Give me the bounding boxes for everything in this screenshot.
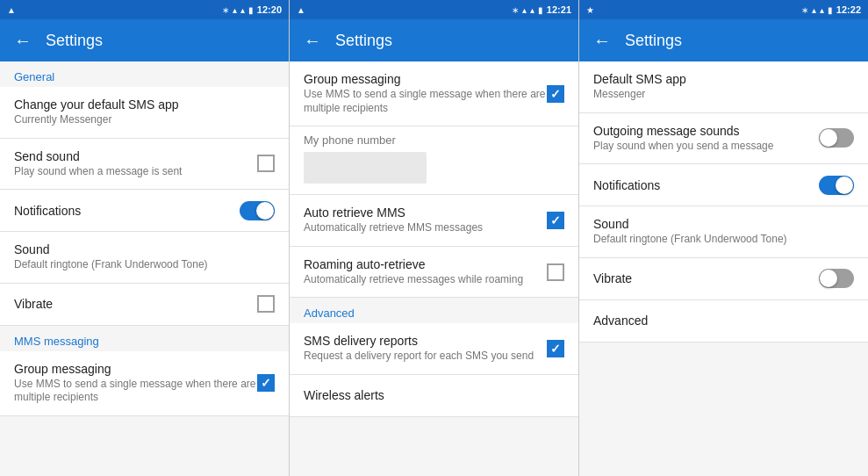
setting-subtitle: Use MMS to send a single message when th… xyxy=(14,378,257,405)
setting-item-text: SMS delivery reportsRequest a delivery r… xyxy=(304,334,547,364)
setting-subtitle: Automatically retrieve messages while ro… xyxy=(304,273,547,287)
setting-title: Notifications xyxy=(593,178,819,192)
setting-item-text: Notifications xyxy=(14,204,240,218)
setting-item-text: Send soundPlay sound when a message is s… xyxy=(14,149,257,179)
screen-3: ★ ∗ ▴ ▴ ▮ 12:22 ← Settings Default SMS a… xyxy=(579,0,868,476)
setting-item-4[interactable]: SoundDefault ringtone (Frank Underwood T… xyxy=(0,232,289,284)
setting-item-5[interactable]: Advanced xyxy=(579,300,868,343)
back-button[interactable]: ← xyxy=(14,31,32,51)
setting-item-2[interactable]: Notifications xyxy=(579,164,868,206)
toggle-switch[interactable] xyxy=(240,201,275,220)
setting-item-0[interactable]: Group messagingUse MMS to send a single … xyxy=(290,61,578,126)
wifi-icon: ▴ xyxy=(522,5,527,15)
toggle-switch[interactable] xyxy=(819,128,854,148)
checkbox[interactable] xyxy=(547,212,564,229)
section-header-6: MMS messaging xyxy=(0,326,289,351)
signal-icon: ▴ xyxy=(820,5,824,15)
phone-number-input[interactable] xyxy=(304,152,427,184)
checkbox[interactable] xyxy=(547,85,564,103)
setting-item-5[interactable]: SMS delivery reportsRequest a delivery r… xyxy=(290,323,578,375)
setting-item-text: Notifications xyxy=(593,178,819,192)
setting-item-3[interactable]: Notifications xyxy=(0,190,289,232)
setting-item-5[interactable]: Vibrate xyxy=(0,284,289,326)
battery-icon: ▮ xyxy=(538,5,543,15)
status-bar-right: ∗ ▴ ▴ ▮ 12:20 xyxy=(222,4,282,15)
status-bar-right: ∗ ▴ ▴ ▮ 12:21 xyxy=(512,4,571,15)
back-button[interactable]: ← xyxy=(304,31,321,51)
setting-title: SMS delivery reports xyxy=(304,334,547,348)
app-bar-title: Settings xyxy=(625,32,682,50)
bluetooth-icon: ∗ xyxy=(801,5,808,15)
status-icon-left: ★ xyxy=(586,5,594,15)
setting-item-2[interactable]: Send soundPlay sound when a message is s… xyxy=(0,139,289,191)
setting-title: Sound xyxy=(593,217,854,231)
checkbox[interactable] xyxy=(547,340,564,357)
checkbox[interactable] xyxy=(257,155,275,172)
wifi-icon: ▴ xyxy=(233,5,237,15)
setting-item-3[interactable]: Roaming auto-retrieveAutomatically retri… xyxy=(290,247,578,299)
toggle-knob xyxy=(256,202,274,220)
setting-item-7[interactable]: Group messagingUse MMS to send a single … xyxy=(0,351,289,416)
toggle-switch[interactable] xyxy=(819,269,854,288)
setting-subtitle: Request a delivery report for each SMS y… xyxy=(304,350,547,364)
battery-icon: ▮ xyxy=(828,5,833,15)
setting-item-6[interactable]: Wireless alerts xyxy=(290,375,578,417)
status-bar: ▲ ∗ ▴ ▴ ▮ 12:21 xyxy=(290,0,578,19)
status-bar-right: ∗ ▴ ▴ ▮ 12:22 xyxy=(801,4,861,15)
checkbox[interactable] xyxy=(547,263,564,281)
setting-item-text: Advanced xyxy=(593,314,854,328)
setting-title: Sound xyxy=(14,242,275,256)
setting-subtitle: Messenger xyxy=(593,88,854,102)
phone-number-section: My phone number xyxy=(290,126,578,195)
setting-title: Advanced xyxy=(593,314,854,328)
setting-title: Wireless alerts xyxy=(304,388,564,402)
setting-item-text: Vibrate xyxy=(14,297,257,311)
setting-item-1[interactable]: Outgoing message soundsPlay sound when y… xyxy=(579,113,868,165)
screen-1: ▲ ∗ ▴ ▴ ▮ 12:20 ← Settings GeneralChange… xyxy=(0,0,290,476)
settings-content: GeneralChange your default SMS appCurren… xyxy=(0,61,289,476)
setting-item-text: SoundDefault ringtone (Frank Underwood T… xyxy=(593,217,854,247)
setting-item-4[interactable]: Vibrate xyxy=(579,258,868,300)
setting-item-text: Default SMS appMessenger xyxy=(593,72,854,102)
settings-content: Default SMS appMessengerOutgoing message… xyxy=(579,61,868,476)
setting-title: Vibrate xyxy=(593,271,819,285)
setting-subtitle: Default ringtone (Frank Underwood Tone) xyxy=(593,233,854,247)
status-bar-left: ▲ xyxy=(297,5,305,15)
status-bar: ▲ ∗ ▴ ▴ ▮ 12:20 xyxy=(0,0,289,19)
status-icon-left: ▲ xyxy=(297,5,305,15)
setting-item-text: Wireless alerts xyxy=(304,388,564,402)
setting-item-3[interactable]: SoundDefault ringtone (Frank Underwood T… xyxy=(579,206,868,258)
setting-subtitle: Use MMS to send a single message when th… xyxy=(304,88,547,115)
setting-item-2[interactable]: Auto retrieve MMSAutomatically retrieve … xyxy=(290,195,578,247)
setting-subtitle: Automatically retrieve MMS messages xyxy=(304,221,547,235)
setting-subtitle: Currently Messenger xyxy=(14,113,275,127)
screen-2: ▲ ∗ ▴ ▴ ▮ 12:21 ← Settings Group messagi… xyxy=(290,0,579,476)
setting-item-0[interactable]: Default SMS appMessenger xyxy=(579,61,868,113)
checkbox[interactable] xyxy=(257,374,275,392)
setting-item-text: SoundDefault ringtone (Frank Underwood T… xyxy=(14,242,275,272)
setting-title: Auto retrieve MMS xyxy=(304,206,547,220)
wifi-icon: ▴ xyxy=(812,5,816,15)
setting-item-text: Group messagingUse MMS to send a single … xyxy=(304,72,547,115)
section-header-4: Advanced xyxy=(290,298,578,323)
settings-content: Group messagingUse MMS to send a single … xyxy=(290,61,578,476)
setting-title: Group messaging xyxy=(14,362,257,376)
section-header-0: General xyxy=(0,61,289,87)
status-bar: ★ ∗ ▴ ▴ ▮ 12:22 xyxy=(579,0,868,19)
setting-subtitle: Default ringtone (Frank Underwood Tone) xyxy=(14,258,275,272)
back-button[interactable]: ← xyxy=(593,31,611,51)
app-bar: ← Settings xyxy=(579,19,868,61)
toggle-switch[interactable] xyxy=(819,176,854,195)
setting-item-1[interactable]: Change your default SMS appCurrently Mes… xyxy=(0,87,289,139)
status-time: 12:20 xyxy=(257,4,282,15)
signal-icon: ▴ xyxy=(530,5,534,15)
setting-title: Roaming auto-retrieve xyxy=(304,257,547,271)
checkbox[interactable] xyxy=(257,295,275,313)
toggle-knob xyxy=(836,177,853,194)
app-bar-title: Settings xyxy=(46,32,103,50)
setting-item-text: Group messagingUse MMS to send a single … xyxy=(14,362,257,405)
setting-subtitle: Play sound when you send a message xyxy=(593,140,819,154)
setting-title: Default SMS app xyxy=(593,72,854,86)
setting-title: Vibrate xyxy=(14,297,257,311)
setting-item-text: Roaming auto-retrieveAutomatically retri… xyxy=(304,257,547,287)
